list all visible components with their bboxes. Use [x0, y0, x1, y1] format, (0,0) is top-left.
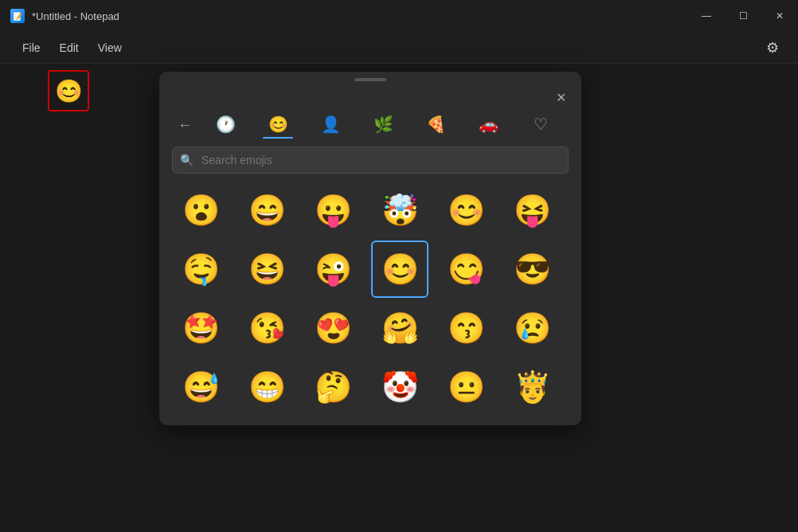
drag-handle — [159, 72, 581, 84]
list-item[interactable]: 🤤 — [172, 241, 229, 298]
tab-nature[interactable]: 🌿 — [358, 111, 408, 139]
list-item[interactable]: 😋 — [437, 241, 495, 298]
list-item[interactable]: 😆 — [238, 241, 295, 298]
list-item[interactable]: 🤯 — [371, 182, 428, 239]
main-area: 😊 ✕ ← 🕐 😊 👤 🌿 🍕 — [0, 64, 798, 532]
picker-close-button[interactable]: ✕ — [550, 86, 572, 108]
minimize-button[interactable]: — — [688, 0, 725, 32]
travel-icon: 🚗 — [479, 115, 499, 134]
list-item[interactable]: 😊 — [371, 241, 428, 298]
emoji-picker-panel: ✕ ← 🕐 😊 👤 🌿 🍕 🚗 ♡ — [159, 72, 581, 425]
window-controls: — ☐ ✕ — [688, 0, 798, 32]
menu-bar: File Edit View ⚙ — [0, 32, 798, 64]
edit-menu[interactable]: Edit — [50, 38, 88, 57]
nature-icon: 🌿 — [374, 115, 393, 134]
list-item[interactable]: 😢 — [504, 299, 561, 357]
list-item[interactable]: 😊 — [437, 182, 495, 239]
nav-back-button[interactable]: ← — [172, 112, 198, 138]
emoji-trigger-icon: 😊 — [55, 78, 83, 104]
list-item[interactable]: 🤴 — [504, 358, 561, 416]
list-item[interactable]: 😄 — [238, 182, 295, 239]
list-item[interactable]: 🤗 — [371, 299, 428, 357]
list-item[interactable]: 😙 — [437, 299, 495, 357]
search-icon: 🔍 — [180, 154, 194, 166]
list-item[interactable]: 😘 — [238, 299, 295, 357]
list-item[interactable]: 😝 — [504, 182, 561, 239]
people-icon: 👤 — [321, 115, 341, 134]
list-item[interactable]: 😮 — [172, 182, 229, 239]
picker-nav: ← 🕐 😊 👤 🌿 🍕 🚗 ♡ — [159, 111, 581, 139]
list-item[interactable]: 😐 — [437, 358, 495, 416]
tab-smileys[interactable]: 😊 — [253, 111, 303, 139]
list-item[interactable]: 😍 — [305, 299, 362, 357]
tab-recent[interactable]: 🕐 — [201, 111, 250, 139]
list-item[interactable]: 🤩 — [172, 299, 229, 357]
search-container: 🔍 — [172, 147, 569, 174]
list-item[interactable]: 🤔 — [305, 358, 362, 416]
search-input[interactable] — [172, 147, 569, 174]
close-button[interactable]: ✕ — [761, 0, 798, 32]
recent-icon: 🕐 — [216, 115, 236, 134]
list-item[interactable]: 😅 — [172, 358, 229, 416]
favorites-icon: ♡ — [534, 115, 548, 134]
app-icon: 📝 — [10, 8, 25, 24]
tab-food[interactable]: 🍕 — [411, 111, 460, 139]
list-item[interactable]: 😁 — [238, 358, 295, 416]
file-menu[interactable]: File — [13, 38, 50, 57]
title-bar: 📝 *Untitled - Notepad — ☐ ✕ — [0, 0, 798, 32]
view-menu[interactable]: View — [88, 38, 131, 57]
window-title: *Untitled - Notepad — [32, 10, 788, 22]
emoji-trigger-button[interactable]: 😊 — [48, 70, 89, 111]
list-item[interactable]: 😛 — [305, 182, 362, 239]
list-item[interactable]: 😎 — [504, 241, 561, 298]
tab-travel[interactable]: 🚗 — [464, 111, 513, 139]
drag-bar — [354, 78, 386, 81]
emoji-grid: 😮 😄 😛 🤯 😊 😝 🤤 😆 😜 😊 😋 😎 🤩 😘 😍 🤗 😙 😢 😅 😁 — [159, 182, 581, 416]
settings-icon[interactable]: ⚙ — [760, 35, 785, 61]
maximize-button[interactable]: ☐ — [725, 0, 761, 32]
list-item[interactable]: 😜 — [305, 241, 362, 298]
food-icon: 🍕 — [426, 115, 446, 134]
list-item[interactable]: 🤡 — [371, 358, 428, 416]
tab-people[interactable]: 👤 — [306, 111, 355, 139]
picker-header: ✕ — [159, 84, 581, 111]
tab-favorites[interactable]: ♡ — [516, 111, 565, 139]
smileys-icon: 😊 — [268, 115, 288, 134]
